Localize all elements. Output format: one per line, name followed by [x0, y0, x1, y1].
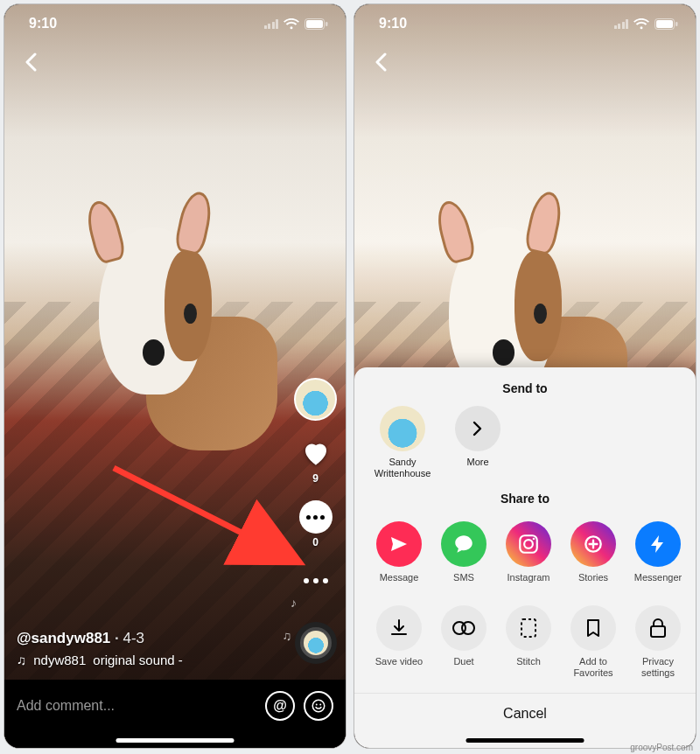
- bolt-icon: [635, 521, 681, 567]
- wifi-icon: [634, 18, 649, 30]
- wifi-icon: [284, 18, 299, 30]
- action-label: Duet: [453, 656, 473, 667]
- svg-rect-1: [306, 20, 323, 28]
- action-add-to-favorites[interactable]: Add to Favorites: [566, 605, 620, 679]
- cellular-icon: [614, 18, 629, 29]
- lock-icon: [635, 605, 681, 651]
- post-date: 4-3: [122, 630, 144, 646]
- music-note-icon: ♫: [17, 653, 26, 667]
- contact-avatar: [380, 406, 425, 451]
- share-to-title: Share to: [354, 492, 696, 506]
- back-button[interactable]: [17, 48, 45, 76]
- music-disc[interactable]: [295, 622, 337, 664]
- status-bar: 9:10: [354, 4, 696, 43]
- svg-point-5: [319, 704, 321, 706]
- share-label: Message: [380, 572, 419, 583]
- battery-icon: [654, 18, 678, 30]
- share-label: Instagram: [508, 572, 550, 583]
- cancel-button[interactable]: Cancel: [354, 693, 696, 722]
- share-label: SMS: [453, 572, 474, 583]
- svg-point-11: [524, 541, 533, 549]
- chevron-right-icon: [455, 406, 500, 451]
- mention-button[interactable]: @: [265, 691, 295, 721]
- action-save-video[interactable]: Save video: [372, 605, 426, 679]
- share-messenger[interactable]: Messenger: [631, 521, 685, 583]
- share-label: Stories: [578, 572, 608, 583]
- svg-rect-9: [676, 22, 678, 26]
- comment-count: 0: [312, 536, 318, 548]
- creator-avatar[interactable]: [294, 378, 337, 421]
- like-button[interactable]: [299, 436, 332, 470]
- send-contact[interactable]: Sandy Writtenhouse: [375, 406, 430, 479]
- contact-name: Sandy Writtenhouse: [374, 457, 431, 479]
- status-time: 9:10: [379, 16, 407, 31]
- comment-button[interactable]: [299, 500, 332, 534]
- sound-name: original sound -: [93, 653, 183, 667]
- sound-row[interactable]: ♫ ndyw881 original sound -: [17, 653, 276, 667]
- plus-icon: [570, 521, 616, 567]
- send-more[interactable]: More: [451, 406, 505, 479]
- share-sheet: Send to Sandy Writtenhouse More Share to…: [354, 367, 696, 748]
- more-label: More: [466, 457, 488, 468]
- action-stitch[interactable]: Stitch: [501, 605, 556, 679]
- home-indicator: [116, 738, 234, 743]
- svg-rect-2: [326, 22, 328, 26]
- download-icon: [376, 605, 422, 651]
- action-label: Save video: [375, 656, 423, 667]
- bookmark-icon: [570, 605, 616, 651]
- svg-point-4: [316, 704, 318, 706]
- svg-point-3: [312, 700, 325, 712]
- emoji-button[interactable]: [304, 691, 333, 721]
- svg-point-12: [533, 538, 536, 541]
- share-message[interactable]: Message: [372, 521, 426, 583]
- sms-icon: [441, 521, 486, 567]
- action-duet[interactable]: Duet: [437, 605, 491, 679]
- battery-icon: [304, 18, 328, 30]
- sound-user: ndyw881: [33, 653, 86, 667]
- status-time: 9:10: [29, 16, 57, 31]
- status-bar: 9:10: [4, 4, 346, 43]
- svg-rect-17: [651, 626, 665, 637]
- svg-rect-16: [522, 619, 536, 637]
- phone-left: 9:10 9: [4, 3, 346, 749]
- share-sms[interactable]: SMS: [437, 521, 491, 583]
- dog-illustration: [90, 227, 278, 450]
- duet-icon: [441, 605, 486, 651]
- stitch-icon: [506, 605, 551, 651]
- svg-rect-8: [656, 20, 673, 28]
- send-icon: [376, 521, 422, 567]
- cellular-icon: [264, 18, 279, 29]
- watermark: groovyPost.com: [630, 743, 693, 752]
- action-label: Privacy settings: [631, 656, 685, 679]
- video-meta: @sandyw881 · 4-3 ♫ ndyw881 original soun…: [17, 630, 276, 667]
- svg-point-15: [462, 622, 474, 634]
- send-to-title: Send to: [354, 381, 696, 395]
- camera-icon: [506, 521, 551, 567]
- home-indicator: [466, 738, 584, 743]
- share-instagram[interactable]: Instagram: [501, 521, 556, 583]
- more-options-button[interactable]: [299, 564, 332, 597]
- phone-right: 9:10 Send to Sandy Writtenhouse: [354, 3, 696, 749]
- action-label: Add to Favorites: [566, 656, 620, 679]
- like-count: 9: [312, 472, 318, 485]
- back-button[interactable]: [367, 48, 395, 76]
- action-privacy-settings[interactable]: Privacy settings: [631, 605, 685, 679]
- action-label: Stitch: [516, 656, 541, 667]
- username-handle[interactable]: @sandyw881: [17, 630, 110, 646]
- comment-input[interactable]: Add comment...: [17, 698, 256, 714]
- share-label: Messenger: [634, 572, 682, 583]
- share-stories[interactable]: Stories: [566, 521, 620, 583]
